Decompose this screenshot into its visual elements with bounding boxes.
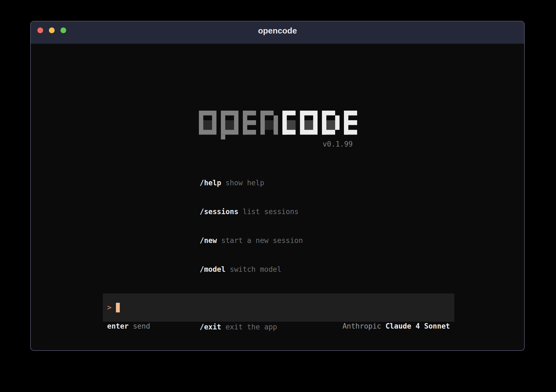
message-input[interactable]: >: [103, 293, 454, 322]
command-name: /sessions: [200, 208, 238, 216]
hint-key: enter: [107, 322, 129, 330]
input-line: >: [107, 303, 120, 312]
status-bar: enter send Anthropic Claude 4 Sonnet: [103, 321, 454, 331]
command-description: switch model: [230, 265, 282, 273]
desktop-background: { "window": { "title": "opencode", "traf…: [0, 0, 556, 392]
window-title: opencode: [31, 26, 524, 35]
prompt-symbol: >: [107, 303, 112, 312]
text-cursor: [116, 303, 120, 312]
model-name: Claude 4 Sonnet: [385, 322, 450, 330]
command-name: /model: [200, 265, 226, 273]
send-hint: enter send: [107, 321, 150, 331]
command-name: /new: [200, 236, 217, 245]
opencode-logo: opencode: [199, 111, 357, 140]
command-description: list sessions: [243, 208, 299, 216]
command-description: show help: [226, 179, 264, 187]
command-item: /sessionslist sessions: [200, 207, 303, 217]
command-description: start a new session: [221, 236, 303, 245]
command-item: /newstart a new session: [200, 236, 303, 245]
version-label: v0.1.99: [199, 139, 353, 149]
hint-action: send: [133, 322, 150, 330]
model-provider: Anthropic: [343, 322, 381, 330]
terminal-content: opencode: [31, 44, 524, 350]
command-item: /modelswitch model: [200, 265, 303, 274]
command-name: /help: [200, 179, 221, 187]
window-titlebar: opencode: [31, 21, 524, 44]
model-indicator: Anthropic Claude 4 Sonnet: [343, 321, 450, 331]
opencode-window: opencode opencode: [30, 21, 525, 351]
command-item: /helpshow help: [200, 178, 303, 188]
